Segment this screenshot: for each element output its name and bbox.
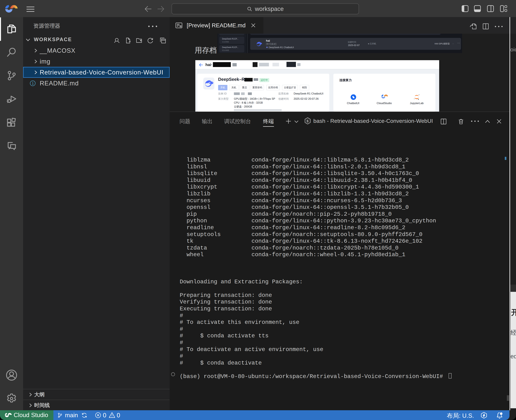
svg-text:$: $	[307, 120, 308, 123]
